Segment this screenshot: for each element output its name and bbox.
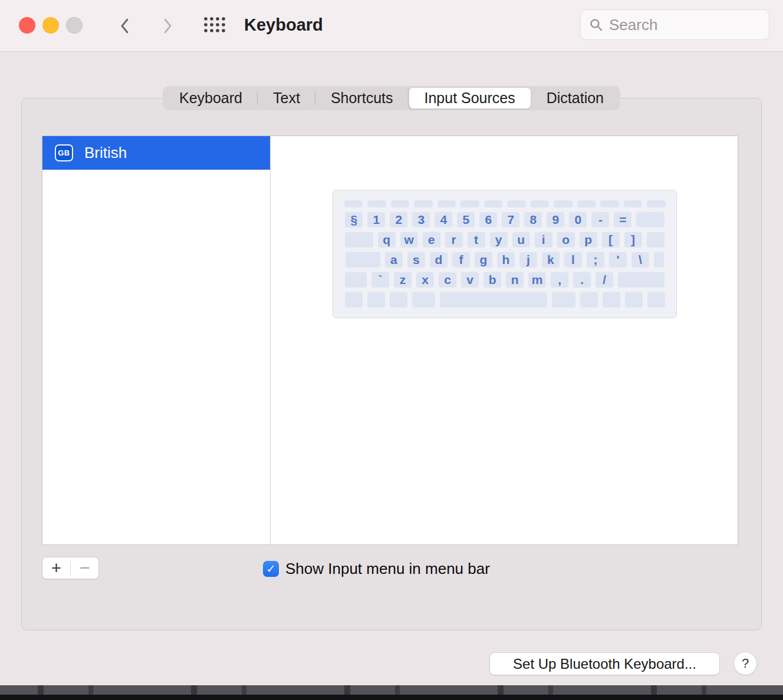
key-q: q — [378, 232, 396, 247]
help-button[interactable]: ? — [733, 652, 757, 675]
key-blank — [367, 292, 385, 308]
input-source-list: GBBritish — [42, 136, 271, 544]
key-blank — [654, 252, 664, 268]
remove-input-source-button[interactable]: − — [71, 557, 98, 579]
key-u: u — [512, 232, 530, 247]
keyboard-row — [345, 292, 665, 308]
show-input-menu-label: Show Input menu in menu bar — [285, 560, 490, 578]
keyboard-row — [344, 200, 666, 207]
key-blank — [624, 200, 643, 207]
keyboard-preview: §1234567890-=qwertyuiop[]asdfghjkl;'\`zx… — [333, 190, 677, 318]
setup-bluetooth-keyboard-button[interactable]: Set Up Bluetooth Keyboard... — [489, 652, 720, 675]
key-`: ` — [371, 272, 389, 288]
keyboard-row: asdfghjkl;'\ — [346, 252, 663, 268]
tab-shortcuts[interactable]: Shortcuts — [315, 87, 409, 109]
titlebar: Keyboard — [0, 0, 783, 52]
search-input[interactable] — [609, 16, 783, 34]
keyboard-row: §1234567890-= — [345, 212, 664, 227]
keyboard-row: qwertyuiop[] — [345, 232, 664, 247]
key-4: 4 — [435, 212, 452, 227]
key-a: a — [385, 252, 403, 268]
key-m: m — [528, 272, 546, 288]
close-button[interactable] — [19, 17, 35, 34]
add-remove-control: + − — [42, 557, 99, 579]
tab-keyboard[interactable]: Keyboard — [164, 87, 258, 109]
show-input-menu-checkbox[interactable]: ✓ — [263, 561, 279, 577]
key-blank — [600, 200, 619, 207]
keyboard-preferences-window: Keyboard KeyboardTextShortcutsInput Sour… — [0, 0, 783, 700]
key-t: t — [468, 232, 485, 247]
key-j: j — [519, 252, 537, 268]
key-b: b — [483, 272, 501, 288]
show-all-grid-icon[interactable] — [203, 16, 226, 35]
zoom-button-disabled — [66, 17, 83, 34]
back-button[interactable] — [116, 15, 133, 37]
key-blank — [647, 292, 665, 308]
tab-input-sources[interactable]: Input Sources — [408, 87, 531, 109]
key-blank — [603, 292, 620, 308]
key-i: i — [535, 232, 552, 247]
key-o: o — [557, 232, 575, 247]
search-icon — [589, 18, 603, 32]
background-window-content — [0, 685, 783, 695]
key-r: r — [445, 232, 463, 247]
key-f: f — [452, 252, 470, 268]
key-blank — [618, 272, 664, 288]
key-blank — [437, 200, 456, 207]
input-source-row[interactable]: GBBritish — [42, 136, 270, 170]
key-\: \ — [631, 252, 649, 268]
key-blank — [647, 232, 664, 247]
key--: - — [591, 212, 609, 227]
add-input-source-button[interactable]: + — [42, 557, 70, 579]
key-w: w — [400, 232, 418, 247]
key-y: y — [490, 232, 508, 247]
key-z: z — [394, 272, 412, 288]
key-blank — [531, 200, 550, 207]
key-v: v — [461, 272, 479, 288]
background-window-strip — [0, 685, 783, 700]
key-[: [ — [602, 232, 620, 247]
key-g: g — [475, 252, 492, 268]
key-blank — [390, 292, 407, 308]
show-input-menu-row: ✓ Show Input menu in menu bar — [263, 560, 490, 578]
key-n: n — [506, 272, 524, 288]
tab-text[interactable]: Text — [258, 87, 315, 109]
key-s: s — [407, 252, 425, 268]
key-k: k — [542, 252, 560, 268]
background-window-black-bar — [0, 695, 783, 700]
key-x: x — [416, 272, 434, 288]
key-blank — [346, 252, 380, 268]
key-6: 6 — [479, 212, 497, 227]
key-blank — [647, 200, 666, 207]
keyboard-row: `zxcvbnm,./ — [345, 272, 665, 288]
key-blank — [412, 292, 436, 308]
key-blank — [345, 292, 363, 308]
key-1: 1 — [367, 212, 385, 227]
key-blank — [552, 292, 575, 308]
key-blank — [636, 212, 664, 227]
page-title: Keyboard — [244, 15, 323, 35]
key-9: 9 — [547, 212, 564, 227]
key-blank — [625, 292, 643, 308]
tab-dictation[interactable]: Dictation — [531, 87, 619, 109]
key-d: d — [430, 252, 448, 268]
key-;: ; — [587, 252, 604, 268]
search-field[interactable] — [580, 9, 769, 40]
minimize-button[interactable] — [42, 17, 59, 34]
key-=: = — [614, 212, 631, 227]
key-h: h — [497, 252, 515, 268]
key-blank — [344, 200, 363, 207]
key-3: 3 — [412, 212, 430, 227]
key-blank — [367, 200, 386, 207]
input-source-label: British — [84, 144, 127, 162]
forward-button[interactable] — [159, 15, 177, 37]
key-blank — [440, 292, 547, 308]
key-blank — [345, 272, 367, 288]
key-e: e — [423, 232, 440, 247]
tab-bar: KeyboardTextShortcutsInput SourcesDictat… — [163, 86, 620, 110]
key-8: 8 — [524, 212, 542, 227]
key-.: . — [573, 272, 591, 288]
key-': ' — [609, 252, 627, 268]
input-source-badge: GB — [55, 144, 73, 161]
key-,: , — [551, 272, 568, 288]
